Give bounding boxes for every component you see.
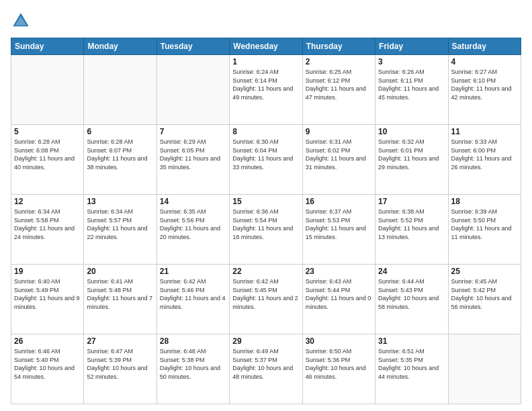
calendar-cell: 16Sunrise: 6:37 AM Sunset: 5:53 PM Dayli… bbox=[302, 195, 375, 265]
calendar-cell: 20Sunrise: 6:41 AM Sunset: 5:48 PM Dayli… bbox=[84, 265, 157, 334]
day-number: 15 bbox=[232, 197, 299, 206]
day-number: 9 bbox=[306, 127, 372, 136]
calendar-cell: 18Sunrise: 6:39 AM Sunset: 5:50 PM Dayli… bbox=[448, 195, 521, 265]
calendar-cell: 1Sunrise: 6:24 AM Sunset: 6:14 PM Daylig… bbox=[230, 55, 302, 125]
calendar-header-wednesday: Wednesday bbox=[230, 38, 302, 55]
day-info: Sunrise: 6:33 AM Sunset: 6:00 PM Dayligh… bbox=[451, 138, 518, 171]
day-info: Sunrise: 6:40 AM Sunset: 5:49 PM Dayligh… bbox=[14, 277, 81, 311]
day-info: Sunrise: 6:26 AM Sunset: 6:11 PM Dayligh… bbox=[378, 68, 445, 101]
day-number: 30 bbox=[306, 336, 372, 346]
day-info: Sunrise: 6:39 AM Sunset: 5:50 PM Dayligh… bbox=[451, 208, 518, 241]
day-info: Sunrise: 6:27 AM Sunset: 6:10 PM Dayligh… bbox=[451, 68, 518, 101]
day-info: Sunrise: 6:25 AM Sunset: 6:12 PM Dayligh… bbox=[306, 68, 372, 101]
calendar-cell: 7Sunrise: 6:29 AM Sunset: 6:05 PM Daylig… bbox=[157, 125, 229, 195]
calendar-cell: 26Sunrise: 6:46 AM Sunset: 5:40 PM Dayli… bbox=[11, 334, 84, 404]
day-info: Sunrise: 6:31 AM Sunset: 6:02 PM Dayligh… bbox=[306, 138, 372, 171]
day-info: Sunrise: 6:43 AM Sunset: 5:44 PM Dayligh… bbox=[306, 277, 372, 311]
day-info: Sunrise: 6:24 AM Sunset: 6:14 PM Dayligh… bbox=[232, 68, 299, 101]
logo-icon bbox=[11, 11, 31, 31]
calendar-cell: 29Sunrise: 6:49 AM Sunset: 5:37 PM Dayli… bbox=[230, 334, 302, 404]
calendar-cell: 28Sunrise: 6:48 AM Sunset: 5:38 PM Dayli… bbox=[157, 334, 229, 404]
day-info: Sunrise: 6:42 AM Sunset: 5:46 PM Dayligh… bbox=[160, 277, 226, 311]
day-number: 1 bbox=[232, 57, 299, 66]
calendar-cell bbox=[84, 55, 157, 125]
day-info: Sunrise: 6:45 AM Sunset: 5:42 PM Dayligh… bbox=[451, 277, 518, 311]
day-number: 21 bbox=[160, 267, 226, 276]
day-number: 14 bbox=[160, 197, 226, 206]
day-number: 5 bbox=[14, 127, 81, 136]
calendar-cell bbox=[448, 334, 521, 404]
day-info: Sunrise: 6:48 AM Sunset: 5:38 PM Dayligh… bbox=[160, 347, 226, 381]
page: SundayMondayTuesdayWednesdayThursdayFrid… bbox=[0, 0, 532, 411]
calendar-cell: 3Sunrise: 6:26 AM Sunset: 6:11 PM Daylig… bbox=[375, 55, 448, 125]
day-info: Sunrise: 6:41 AM Sunset: 5:48 PM Dayligh… bbox=[87, 277, 153, 311]
day-number: 26 bbox=[14, 336, 81, 346]
day-info: Sunrise: 6:30 AM Sunset: 6:04 PM Dayligh… bbox=[232, 138, 299, 171]
calendar-table: SundayMondayTuesdayWednesdayThursdayFrid… bbox=[11, 38, 521, 404]
day-number: 20 bbox=[87, 267, 153, 276]
calendar-cell: 31Sunrise: 6:51 AM Sunset: 5:35 PM Dayli… bbox=[375, 334, 448, 404]
calendar-week-5: 26Sunrise: 6:46 AM Sunset: 5:40 PM Dayli… bbox=[11, 334, 521, 404]
header bbox=[11, 11, 521, 31]
day-info: Sunrise: 6:32 AM Sunset: 6:01 PM Dayligh… bbox=[378, 138, 445, 171]
day-number: 3 bbox=[378, 57, 445, 66]
day-info: Sunrise: 6:28 AM Sunset: 6:08 PM Dayligh… bbox=[14, 138, 81, 171]
calendar-cell bbox=[157, 55, 229, 125]
calendar-week-4: 19Sunrise: 6:40 AM Sunset: 5:49 PM Dayli… bbox=[11, 265, 521, 334]
calendar-week-3: 12Sunrise: 6:34 AM Sunset: 5:58 PM Dayli… bbox=[11, 195, 521, 265]
calendar-cell: 6Sunrise: 6:28 AM Sunset: 6:07 PM Daylig… bbox=[84, 125, 157, 195]
calendar-cell: 4Sunrise: 6:27 AM Sunset: 6:10 PM Daylig… bbox=[448, 55, 521, 125]
calendar-cell: 23Sunrise: 6:43 AM Sunset: 5:44 PM Dayli… bbox=[302, 265, 375, 334]
day-info: Sunrise: 6:51 AM Sunset: 5:35 PM Dayligh… bbox=[378, 347, 445, 381]
day-info: Sunrise: 6:29 AM Sunset: 6:05 PM Dayligh… bbox=[160, 138, 226, 171]
day-info: Sunrise: 6:49 AM Sunset: 5:37 PM Dayligh… bbox=[232, 347, 299, 381]
calendar-cell: 15Sunrise: 6:36 AM Sunset: 5:54 PM Dayli… bbox=[230, 195, 302, 265]
calendar-header-monday: Monday bbox=[84, 38, 157, 55]
day-number: 27 bbox=[87, 336, 153, 346]
calendar-cell: 30Sunrise: 6:50 AM Sunset: 5:36 PM Dayli… bbox=[302, 334, 375, 404]
calendar-header-friday: Friday bbox=[375, 38, 448, 55]
calendar-cell: 17Sunrise: 6:38 AM Sunset: 5:52 PM Dayli… bbox=[375, 195, 448, 265]
day-info: Sunrise: 6:34 AM Sunset: 5:57 PM Dayligh… bbox=[87, 208, 153, 241]
day-number: 19 bbox=[14, 267, 81, 276]
calendar-header-saturday: Saturday bbox=[448, 38, 521, 55]
calendar-header-row: SundayMondayTuesdayWednesdayThursdayFrid… bbox=[11, 38, 521, 55]
calendar-cell: 10Sunrise: 6:32 AM Sunset: 6:01 PM Dayli… bbox=[375, 125, 448, 195]
calendar-week-2: 5Sunrise: 6:28 AM Sunset: 6:08 PM Daylig… bbox=[11, 125, 521, 195]
day-info: Sunrise: 6:47 AM Sunset: 5:39 PM Dayligh… bbox=[87, 347, 153, 381]
day-number: 11 bbox=[451, 127, 518, 136]
day-info: Sunrise: 6:50 AM Sunset: 5:36 PM Dayligh… bbox=[306, 347, 372, 381]
day-number: 13 bbox=[87, 197, 153, 206]
day-number: 25 bbox=[451, 267, 518, 276]
day-number: 12 bbox=[14, 197, 81, 206]
day-info: Sunrise: 6:42 AM Sunset: 5:45 PM Dayligh… bbox=[232, 277, 299, 311]
day-number: 17 bbox=[378, 197, 445, 206]
day-info: Sunrise: 6:38 AM Sunset: 5:52 PM Dayligh… bbox=[378, 208, 445, 241]
calendar-cell: 25Sunrise: 6:45 AM Sunset: 5:42 PM Dayli… bbox=[448, 265, 521, 334]
calendar-cell bbox=[11, 55, 84, 125]
day-number: 2 bbox=[306, 57, 372, 66]
calendar-cell: 9Sunrise: 6:31 AM Sunset: 6:02 PM Daylig… bbox=[302, 125, 375, 195]
day-number: 18 bbox=[451, 197, 518, 206]
calendar-cell: 14Sunrise: 6:35 AM Sunset: 5:56 PM Dayli… bbox=[157, 195, 229, 265]
day-number: 24 bbox=[378, 267, 445, 276]
calendar-cell: 22Sunrise: 6:42 AM Sunset: 5:45 PM Dayli… bbox=[230, 265, 302, 334]
calendar-cell: 8Sunrise: 6:30 AM Sunset: 6:04 PM Daylig… bbox=[230, 125, 302, 195]
day-info: Sunrise: 6:35 AM Sunset: 5:56 PM Dayligh… bbox=[160, 208, 226, 241]
day-number: 31 bbox=[378, 336, 445, 346]
calendar-cell: 19Sunrise: 6:40 AM Sunset: 5:49 PM Dayli… bbox=[11, 265, 84, 334]
day-number: 29 bbox=[232, 336, 299, 346]
calendar-cell: 12Sunrise: 6:34 AM Sunset: 5:58 PM Dayli… bbox=[11, 195, 84, 265]
day-info: Sunrise: 6:36 AM Sunset: 5:54 PM Dayligh… bbox=[232, 208, 299, 241]
day-number: 6 bbox=[87, 127, 153, 136]
day-number: 28 bbox=[160, 336, 226, 346]
day-info: Sunrise: 6:44 AM Sunset: 5:43 PM Dayligh… bbox=[378, 277, 445, 311]
calendar-cell: 5Sunrise: 6:28 AM Sunset: 6:08 PM Daylig… bbox=[11, 125, 84, 195]
calendar-cell: 13Sunrise: 6:34 AM Sunset: 5:57 PM Dayli… bbox=[84, 195, 157, 265]
calendar-header-sunday: Sunday bbox=[11, 38, 84, 55]
day-info: Sunrise: 6:28 AM Sunset: 6:07 PM Dayligh… bbox=[87, 138, 153, 171]
day-info: Sunrise: 6:37 AM Sunset: 5:53 PM Dayligh… bbox=[306, 208, 372, 241]
calendar-cell: 27Sunrise: 6:47 AM Sunset: 5:39 PM Dayli… bbox=[84, 334, 157, 404]
day-number: 4 bbox=[451, 57, 518, 66]
calendar-cell: 21Sunrise: 6:42 AM Sunset: 5:46 PM Dayli… bbox=[157, 265, 229, 334]
